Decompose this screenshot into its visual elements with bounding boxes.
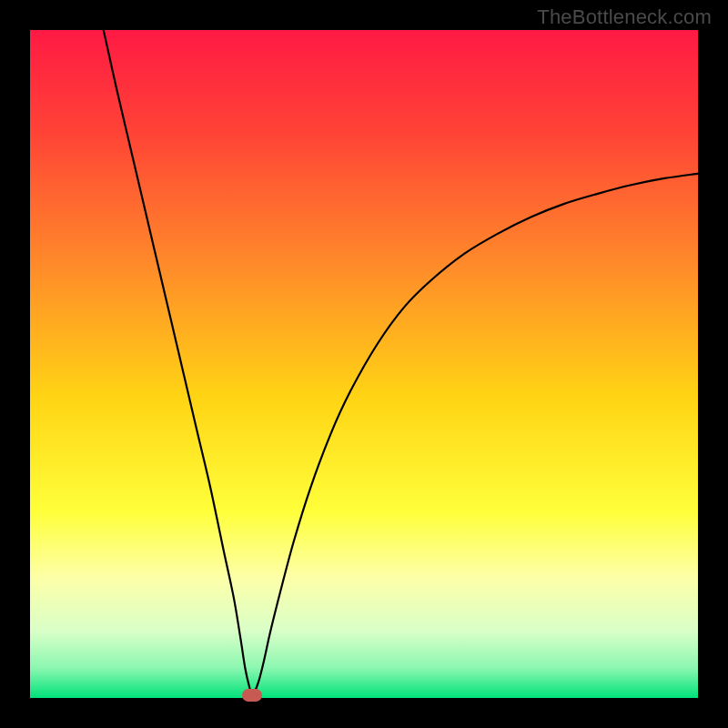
- gradient-background: [30, 30, 698, 698]
- chart-frame: [30, 30, 698, 698]
- bottleneck-chart: [30, 30, 698, 698]
- optimal-point-marker: [242, 689, 262, 702]
- watermark-text: TheBottleneck.com: [537, 5, 712, 29]
